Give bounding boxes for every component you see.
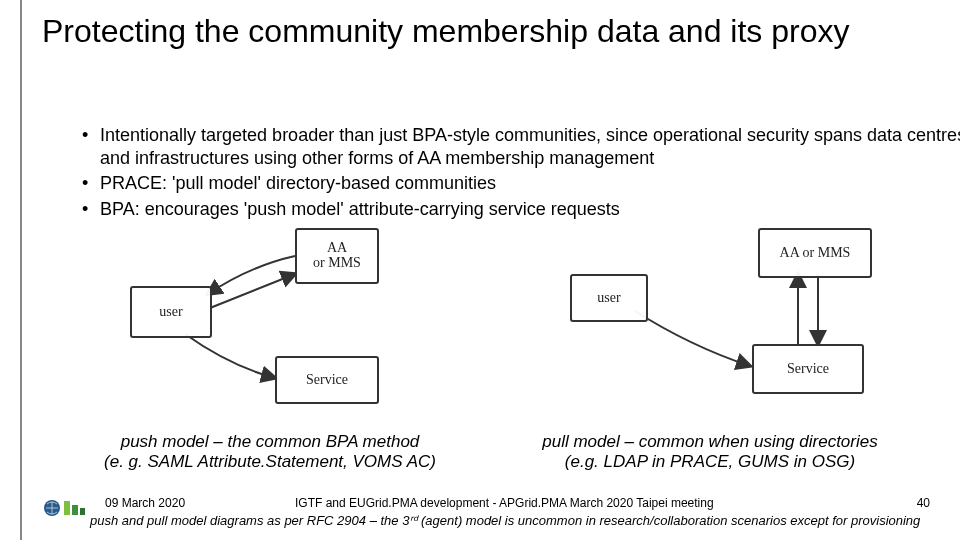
pull-aa-box: AA or MMS — [758, 228, 872, 278]
pull-service-box: Service — [752, 344, 864, 394]
push-user-box: user — [130, 286, 212, 338]
svg-rect-3 — [80, 508, 85, 515]
footer-page-number: 40 — [917, 496, 930, 510]
footer: 09 March 2020 IGTF and EUGrid.PMA develo… — [0, 492, 960, 540]
pull-user-box: user — [570, 274, 648, 322]
pull-model-diagram: user AA or MMS Service — [540, 216, 900, 406]
diagram-area: user AA or MMS Service user AA or MMS Se… — [40, 216, 940, 416]
push-caption-line2: (e. g. SAML Attribute.Statement, VOMS AC… — [104, 452, 436, 471]
svg-rect-2 — [72, 505, 78, 515]
bullet-item: Intentionally targeted broader than just… — [82, 124, 960, 169]
footer-date: 09 March 2020 — [105, 496, 185, 510]
bullet-list: Intentionally targeted broader than just… — [42, 124, 960, 223]
slide-title: Protecting the community membership data… — [42, 14, 922, 49]
push-caption: push model – the common BPA method (e. g… — [80, 432, 460, 473]
footer-logos — [42, 498, 86, 518]
bullet-item: PRACE: 'pull model' directory-based comm… — [82, 172, 960, 195]
footer-center: IGTF and EUGrid.PMA development - APGrid… — [295, 496, 714, 510]
vertical-divider — [20, 0, 22, 540]
svg-rect-1 — [64, 501, 70, 515]
footer-note: push and pull model diagrams as per RFC … — [90, 513, 920, 528]
pull-caption: pull model – common when using directori… — [520, 432, 900, 473]
push-caption-line1: push model – the common BPA method — [121, 432, 420, 451]
push-aa-box: AA or MMS — [295, 228, 379, 284]
push-model-diagram: user AA or MMS Service — [100, 216, 440, 406]
pull-caption-line1: pull model – common when using directori… — [542, 432, 877, 451]
push-service-box: Service — [275, 356, 379, 404]
pull-caption-line2: (e.g. LDAP in PRACE, GUMS in OSG) — [565, 452, 855, 471]
